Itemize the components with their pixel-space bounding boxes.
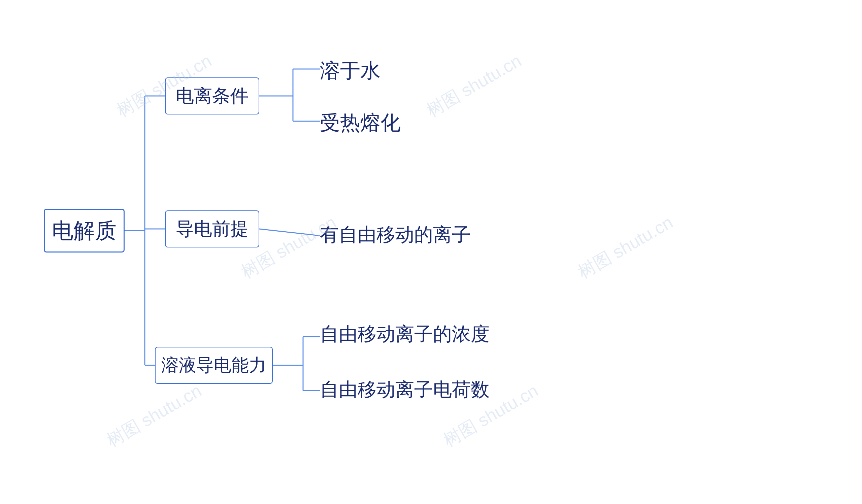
branch3-label: 溶液导电能力 (161, 354, 266, 377)
watermark-4: 树图 shutu.cn (574, 211, 678, 284)
leaf1b: 受热熔化 (320, 109, 401, 137)
branch2-node: 导电前提 (165, 210, 259, 248)
watermark-layer: 树图 shutu.cn 树图 shutu.cn 树图 shutu.cn 树图 s… (0, 0, 862, 504)
leaf1a: 溶于水 (320, 57, 380, 84)
leaf1b-label: 受热熔化 (320, 109, 401, 137)
leaf2a-label: 有自由移动的离子 (320, 222, 471, 248)
leaf3b: 自由移动离子电荷数 (320, 377, 489, 403)
branch2-label: 导电前提 (176, 217, 248, 241)
leaf3b-label: 自由移动离子电荷数 (320, 377, 489, 403)
leaf3a-label: 自由移动离子的浓度 (320, 321, 489, 347)
branch1-node: 电离条件 (165, 77, 259, 115)
root-node: 电解质 (44, 209, 125, 252)
leaf1a-label: 溶于水 (320, 57, 380, 84)
watermark-5: 树图 shutu.cn (102, 379, 206, 452)
root-label: 电解质 (52, 216, 117, 246)
connectors-svg (0, 0, 862, 504)
branch1-label: 电离条件 (176, 84, 248, 108)
svg-line-9 (259, 229, 320, 236)
watermark-2: 树图 shutu.cn (422, 49, 526, 122)
leaf3a: 自由移动离子的浓度 (320, 321, 489, 347)
branch3-node: 溶液导电能力 (155, 347, 273, 384)
mindmap-container: 电解质 电离条件 导电前提 溶液导电能力 溶于水 受热熔化 有自由移动的离子 自… (0, 0, 862, 504)
leaf2a: 有自由移动的离子 (320, 222, 471, 248)
